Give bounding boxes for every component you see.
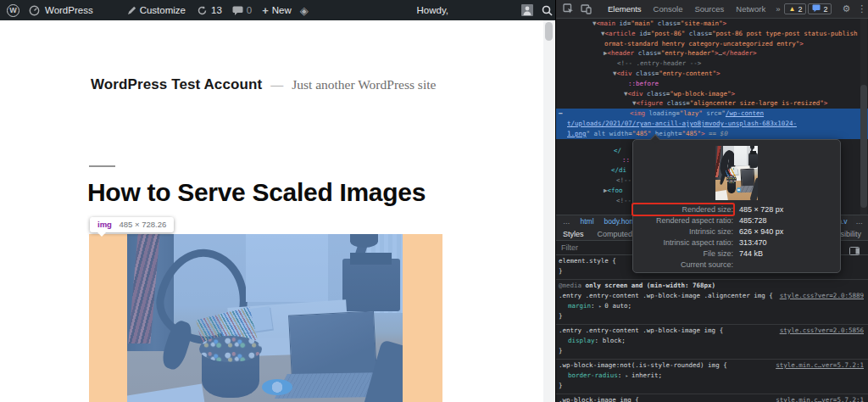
image-thumbnail bbox=[715, 146, 758, 200]
tree-row[interactable]: ::before bbox=[556, 79, 868, 89]
post-title: How to Serve Scaled Images bbox=[87, 178, 426, 207]
more-tabs-icon[interactable]: » bbox=[771, 4, 784, 14]
element-size-tooltip: img 485 × 728.26 bbox=[90, 217, 174, 232]
preview-label: File size: bbox=[633, 248, 733, 259]
settings-gear-icon[interactable]: ⚙ bbox=[838, 3, 854, 14]
styles-pane: element.style {}@media only screen and (… bbox=[556, 255, 868, 402]
tooltip-tag-name: img bbox=[97, 220, 112, 229]
pencil-icon bbox=[127, 6, 136, 15]
preview-value: 744 kB bbox=[739, 248, 840, 259]
preview-label: Intrinsic size: bbox=[633, 226, 733, 237]
site-page: WordPress Test Account — Just another Wo… bbox=[0, 20, 543, 402]
selected-element-row[interactable]: <img loading="lazy" src="/wp-conten⋯t/up… bbox=[556, 109, 868, 138]
stylesheet-link[interactable]: style.min.c…ver=5.7.2:1 bbox=[776, 360, 864, 371]
admin-bar-customize[interactable]: Customize bbox=[127, 5, 186, 15]
updates-icon bbox=[197, 5, 208, 16]
inspect-element-icon[interactable] bbox=[559, 3, 577, 14]
wp-admin-bar: W WordPress Customize 13 0 + New ◈ H bbox=[0, 0, 555, 20]
admin-bar-updates[interactable]: 13 bbox=[197, 5, 222, 16]
site-header: WordPress Test Account — Just another Wo… bbox=[91, 76, 436, 93]
preview-label: Current source: bbox=[633, 260, 733, 270]
admin-bar-comments[interactable]: 0 bbox=[232, 5, 252, 15]
site-title[interactable]: WordPress Test Account bbox=[91, 76, 262, 93]
tree-row[interactable]: <!-- .entry-header --> bbox=[556, 59, 868, 69]
device-toolbar-icon[interactable] bbox=[577, 4, 595, 14]
tree-row[interactable]: t/uploads/2021/07/ryan-ancill-ajyo8jmvod… bbox=[556, 119, 868, 129]
updates-count: 13 bbox=[211, 5, 222, 15]
preview-value: 626 × 940 px bbox=[739, 226, 840, 237]
plugin-diamond-icon[interactable]: ◈ bbox=[300, 4, 309, 17]
preview-value: 485:728 bbox=[739, 215, 840, 226]
comments-bubble-icon bbox=[232, 6, 243, 15]
post-image[interactable] bbox=[127, 234, 403, 402]
stylesheet-link[interactable]: style.min.c…ver=5.7.2:1 bbox=[776, 395, 864, 402]
tooltip-dimensions: 485 × 728.26 bbox=[120, 220, 167, 229]
warning-icon: ▲ bbox=[788, 5, 795, 13]
tree-row[interactable]: 1.png" alt width="485" height="485"> == … bbox=[556, 129, 868, 139]
browser-scrollbar[interactable] bbox=[543, 20, 554, 402]
preview-value: 485 × 728 px bbox=[739, 204, 840, 215]
site-tagline: Just another WordPress site bbox=[292, 77, 436, 92]
preview-label: Rendered aspect ratio: bbox=[633, 215, 733, 226]
comments-count: 0 bbox=[247, 5, 252, 15]
css-rule[interactable]: .entry .entry-content .wp-block-image im… bbox=[556, 325, 868, 360]
thumbnail-scene bbox=[715, 146, 758, 200]
devtools-panel: Elements Console Sources Network » ▲ 2 2… bbox=[555, 0, 868, 402]
kebab-menu-icon[interactable]: ⋮ bbox=[854, 3, 868, 14]
photo-laptop-screen bbox=[740, 168, 754, 187]
messages-badge[interactable]: 2 bbox=[808, 3, 832, 14]
screenshot-root: W WordPress Customize 13 0 + New ◈ H bbox=[0, 0, 868, 402]
stylesheet-link[interactable]: style.css?ver=2.0:5856 bbox=[780, 326, 864, 336]
photo-marker-tips bbox=[726, 176, 737, 183]
tree-row[interactable]: <img loading="lazy" src="/wp-conten⋯ bbox=[556, 109, 868, 119]
admin-bar-site-name[interactable]: WordPress bbox=[45, 5, 93, 15]
photo-paper-stack bbox=[715, 190, 728, 200]
tree-row[interactable]: ▼<div class="wp-block-image"> bbox=[556, 89, 868, 99]
devtools-toolbar: Elements Console Sources Network » ▲ 2 2… bbox=[556, 0, 868, 19]
scrollbar-thumb[interactable] bbox=[545, 22, 553, 41]
photo-window bbox=[734, 146, 747, 165]
admin-bar-new[interactable]: + New bbox=[262, 4, 292, 17]
admin-bar-howdy[interactable]: Howdy, bbox=[417, 5, 449, 15]
warnings-badge[interactable]: ▲ 2 bbox=[784, 3, 806, 14]
css-declaration[interactable]: margin: ▸ 0 auto; bbox=[559, 301, 868, 311]
tab-console[interactable]: Console bbox=[648, 4, 689, 14]
breadcrumb-ellipsis[interactable]: … bbox=[563, 217, 570, 226]
breadcrumb-ellipsis[interactable]: … bbox=[856, 217, 864, 226]
tree-row[interactable]: ▼<article id="post-86" class="post-86 po… bbox=[556, 29, 868, 39]
entry-divider bbox=[89, 165, 115, 167]
tree-row[interactable]: ▼<main id="main" class="site-main"> bbox=[556, 19, 868, 29]
tab-styles[interactable]: Styles bbox=[563, 230, 598, 238]
tab-sources[interactable]: Sources bbox=[688, 4, 730, 14]
breadcrumb-html[interactable]: html bbox=[581, 217, 594, 226]
css-rule[interactable]: @media only screen and (min-width: 768px… bbox=[556, 280, 868, 325]
wordpress-logo-icon[interactable]: W bbox=[7, 4, 19, 17]
customize-label: Customize bbox=[140, 5, 186, 15]
tab-accessibility-cut[interactable]: sibility bbox=[840, 230, 861, 238]
css-rule[interactable]: .wp-block-image:not(.is-style-rounded) i… bbox=[556, 360, 868, 394]
tab-elements[interactable]: Elements bbox=[602, 4, 648, 14]
search-icon[interactable] bbox=[542, 5, 553, 16]
preview-value bbox=[739, 260, 840, 270]
preview-label: Intrinsic aspect ratio: bbox=[633, 237, 733, 248]
tree-row[interactable]: ▶<header class="entry-header">…</header> bbox=[556, 48, 868, 59]
avatar[interactable] bbox=[521, 4, 533, 16]
content-highlight-overlay bbox=[127, 234, 403, 402]
css-declaration[interactable]: display: block; bbox=[559, 336, 868, 346]
browser-viewport: W WordPress Customize 13 0 + New ◈ H bbox=[0, 0, 555, 402]
tree-row[interactable]: ormat-standard hentry category-uncategor… bbox=[556, 39, 868, 49]
margin-highlight-left bbox=[89, 234, 127, 402]
css-rule[interactable]: .wp-block-image img {style.min.c…ver=5.7… bbox=[556, 394, 868, 402]
tab-network[interactable]: Network bbox=[730, 4, 771, 14]
tree-row[interactable]: ▼<div class="entry-content"> bbox=[556, 69, 868, 79]
breadcrumb-body[interactable]: body.hon bbox=[604, 217, 633, 226]
dashboard-gauge-icon[interactable] bbox=[29, 5, 40, 16]
tree-row[interactable]: ▼<figure class="aligncenter size-large i… bbox=[556, 98, 868, 109]
new-label: New bbox=[272, 5, 292, 15]
preview-label: Rendered size: bbox=[633, 204, 733, 215]
elements-scrollbar-thumb[interactable] bbox=[860, 85, 867, 208]
css-declaration[interactable]: border-radius: ▸ inherit; bbox=[559, 371, 868, 381]
stylesheet-link[interactable]: style.css?ver=2.0:5889 bbox=[780, 291, 864, 301]
preview-value: 313:470 bbox=[739, 237, 840, 248]
row-hover-dots[interactable]: ⋯ bbox=[559, 109, 563, 119]
